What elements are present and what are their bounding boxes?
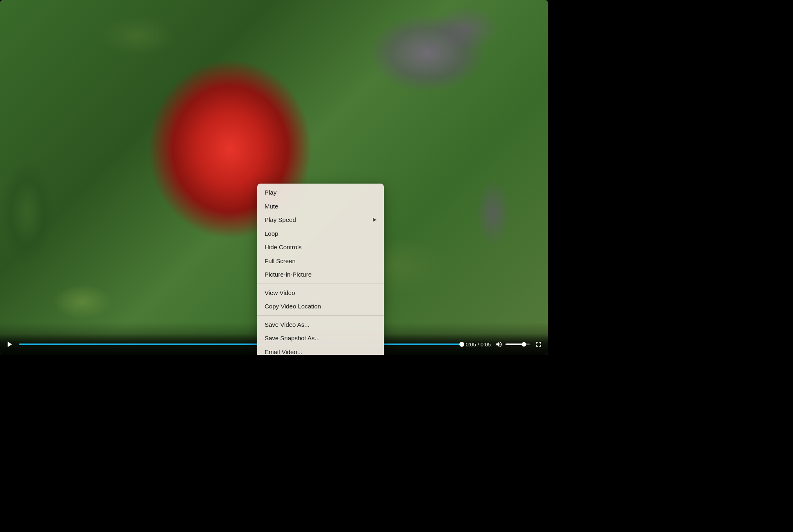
menu-item-email-video[interactable]: Email Video...	[257, 345, 384, 355]
play-icon	[6, 341, 13, 348]
menu-item-save-snapshot-as[interactable]: Save Snapshot As...	[257, 331, 384, 345]
progress-fill	[19, 344, 462, 345]
menu-item-play-speed[interactable]: Play Speed ▶	[257, 213, 384, 227]
progress-thumb	[459, 342, 464, 347]
volume-button[interactable]	[495, 340, 503, 348]
context-menu-section-video: View Video Copy Video Location	[257, 284, 384, 315]
video-player: Play Mute Play Speed ▶ Loop Hide Control…	[0, 0, 548, 355]
fullscreen-button[interactable]	[534, 340, 543, 349]
context-menu-section-file: Save Video As... Save Snapshot As... Ema…	[257, 315, 384, 355]
menu-item-full-screen[interactable]: Full Screen	[257, 254, 384, 268]
play-button[interactable]	[5, 339, 15, 349]
menu-item-play[interactable]: Play	[257, 186, 384, 200]
menu-item-hide-controls[interactable]: Hide Controls	[257, 240, 384, 254]
volume-section	[495, 340, 530, 348]
time-current: 0:05	[466, 341, 476, 348]
menu-item-save-video-as[interactable]: Save Video As...	[257, 318, 384, 332]
menu-item-mute[interactable]: Mute	[257, 200, 384, 213]
context-menu-section-playback: Play Mute Play Speed ▶ Loop Hide Control…	[257, 184, 384, 284]
menu-item-picture-in-picture[interactable]: Picture-in-Picture	[257, 268, 384, 282]
submenu-arrow-icon: ▶	[373, 217, 376, 223]
time-total: 0:05	[481, 341, 491, 348]
menu-item-copy-video-location[interactable]: Copy Video Location	[257, 299, 384, 313]
volume-thumb	[522, 342, 526, 347]
svg-marker-0	[8, 341, 12, 347]
time-separator: /	[476, 341, 481, 348]
volume-slider[interactable]	[506, 344, 530, 345]
progress-track	[19, 344, 462, 345]
progress-bar[interactable]	[19, 344, 462, 345]
context-menu: Play Mute Play Speed ▶ Loop Hide Control…	[257, 184, 384, 355]
volume-fill	[506, 344, 524, 345]
fullscreen-icon	[535, 340, 543, 348]
menu-item-view-video[interactable]: View Video	[257, 286, 384, 300]
menu-item-loop[interactable]: Loop	[257, 227, 384, 241]
time-display: 0:05 / 0:05	[466, 341, 491, 348]
volume-icon	[495, 341, 503, 348]
